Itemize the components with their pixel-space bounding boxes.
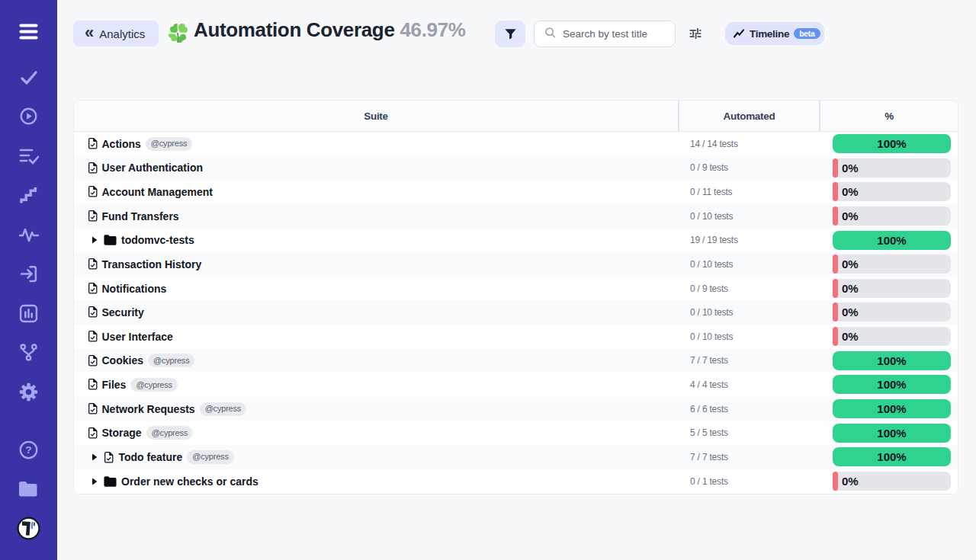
svg-text:?: ? bbox=[25, 444, 31, 456]
